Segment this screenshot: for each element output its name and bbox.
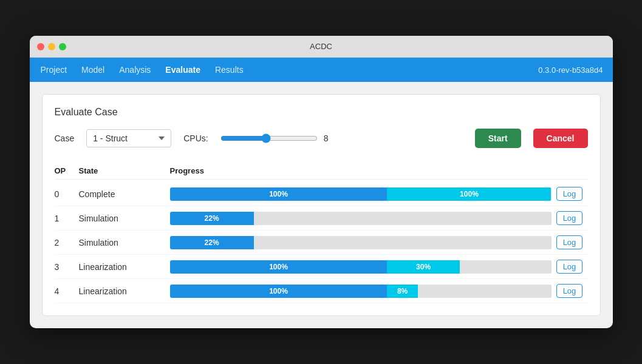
log-button[interactable]: Log (556, 187, 583, 201)
progress-bar-container: 100%8% (170, 285, 552, 298)
cell-log: Log (552, 260, 588, 274)
minimize-button[interactable] (48, 43, 55, 50)
progress-bar-blue: 100% (170, 285, 388, 298)
cell-log: Log (552, 211, 588, 225)
case-select[interactable]: 1 - Struct (86, 129, 171, 147)
progress-bar-cyan: 8% (387, 285, 417, 298)
nav-bar: Project Model Analysis Evaluate Results … (30, 58, 613, 82)
card-title: Evaluate Case (55, 107, 588, 118)
cell-state: Linearization (79, 262, 170, 272)
cell-state: Linearization (79, 286, 170, 296)
nav-model[interactable]: Model (80, 62, 106, 77)
main-window: ACDC Project Model Analysis Evaluate Res… (30, 36, 613, 328)
controls-row: Case 1 - Struct CPUs: 8 Start Cancel (55, 129, 588, 148)
maximize-button[interactable] (59, 43, 66, 50)
table-row: 1Simulation22%Log (55, 206, 588, 231)
progress-bar-cyan: 30% (387, 260, 459, 274)
log-button[interactable]: Log (556, 260, 583, 274)
cell-state: Simulation (79, 214, 170, 223)
log-button[interactable]: Log (556, 284, 583, 298)
cell-op: 2 (55, 238, 79, 248)
th-state: State (79, 166, 170, 175)
cpu-slider[interactable] (220, 133, 318, 143)
cell-op: 0 (55, 189, 79, 199)
start-button[interactable]: Start (475, 129, 521, 148)
progress-bar-blue: 22% (170, 212, 254, 225)
progress-bar-container: 22% (170, 236, 552, 249)
cpu-label: CPUs: (183, 133, 208, 143)
cell-log: Log (552, 284, 588, 298)
cell-op: 4 (55, 286, 79, 296)
window-title: ACDC (310, 42, 332, 51)
cpu-value: 8 (324, 133, 336, 143)
cancel-button[interactable]: Cancel (533, 129, 588, 148)
nav-analysis[interactable]: Analysis (118, 62, 152, 77)
table-body: 0Complete100%100%Log1Simulation22%Log2Si… (55, 182, 588, 303)
progress-bar-container: 100%30% (170, 260, 552, 274)
log-button[interactable]: Log (556, 235, 583, 249)
progress-bar-cyan: 100% (387, 187, 551, 201)
table-row: 2Simulation22%Log (55, 231, 588, 255)
window-controls (37, 43, 66, 50)
cpu-slider-wrap: 8 (220, 133, 336, 143)
table-row: 4Linearization100%8%Log (55, 279, 588, 303)
case-label: Case (55, 133, 75, 143)
progress-bar-container: 100%100% (170, 187, 552, 201)
evaluate-card: Evaluate Case Case 1 - Struct CPUs: 8 St… (42, 94, 601, 316)
nav-evaluate[interactable]: Evaluate (164, 62, 202, 77)
log-button[interactable]: Log (556, 211, 583, 225)
progress-bar-blue: 100% (170, 260, 388, 274)
cell-progress: 22% (170, 236, 552, 249)
progress-bar-blue: 100% (170, 187, 388, 201)
nav-results[interactable]: Results (214, 62, 245, 77)
cell-log: Log (552, 235, 588, 249)
progress-bar-blue: 22% (170, 236, 254, 249)
table-row: 0Complete100%100%Log (55, 182, 588, 206)
cell-progress: 100%8% (170, 285, 552, 298)
progress-bar-container: 22% (170, 212, 552, 225)
content-area: Evaluate Case Case 1 - Struct CPUs: 8 St… (30, 82, 613, 328)
title-bar: ACDC (30, 36, 613, 58)
th-log (552, 166, 588, 175)
nav-project[interactable]: Project (39, 62, 69, 77)
close-button[interactable] (37, 43, 44, 50)
cell-progress: 22% (170, 212, 552, 225)
th-op: OP (55, 166, 79, 175)
cell-state: Complete (79, 189, 170, 199)
version-label: 0.3.0-rev-b53a8d4 (538, 66, 603, 75)
cell-log: Log (552, 187, 588, 201)
cell-progress: 100%100% (170, 187, 552, 201)
cell-progress: 100%30% (170, 260, 552, 274)
table-header: OP State Progress (55, 163, 588, 180)
nav-items: Project Model Analysis Evaluate Results (39, 62, 539, 77)
table-row: 3Linearization100%30%Log (55, 255, 588, 279)
cell-op: 3 (55, 262, 79, 272)
cell-state: Simulation (79, 238, 170, 248)
th-progress: Progress (170, 166, 552, 175)
cell-op: 1 (55, 214, 79, 223)
